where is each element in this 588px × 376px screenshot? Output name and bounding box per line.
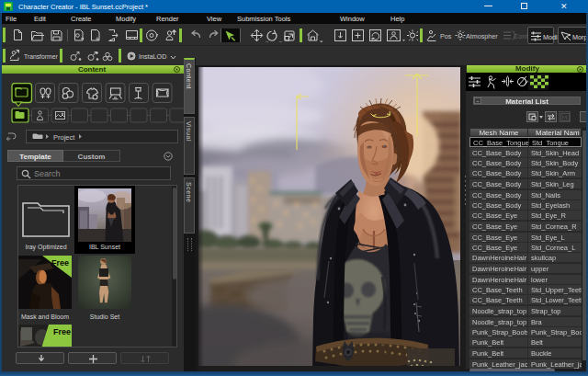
svg-text:Free: Free: [53, 327, 71, 336]
svg-text:Project: Project: [53, 133, 75, 142]
svg-text:Transformer: Transformer: [24, 53, 58, 60]
svg-text:Atmospher: Atmospher: [466, 32, 498, 40]
svg-text:InstaLOD: InstaLOD: [139, 52, 166, 61]
svg-text:Pos: Pos: [440, 32, 452, 40]
svg-text:Free: Free: [51, 258, 69, 268]
